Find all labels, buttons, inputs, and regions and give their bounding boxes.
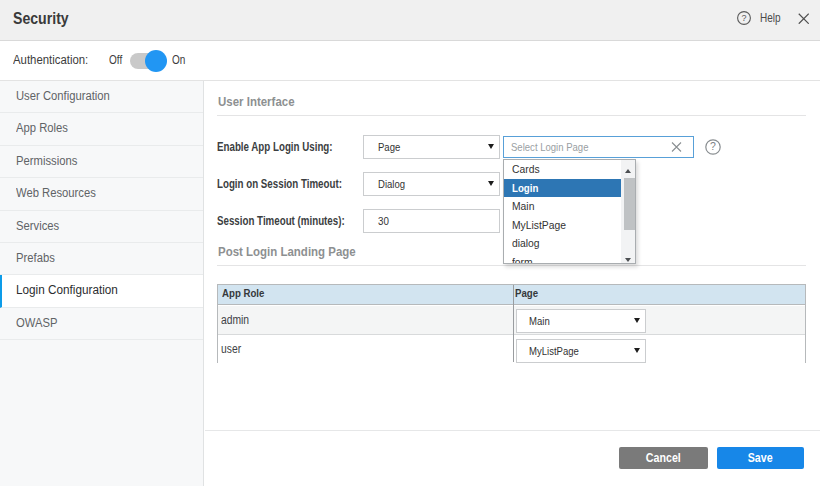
svg-text:?: ? [710,140,716,152]
svg-text:?: ? [741,13,746,23]
